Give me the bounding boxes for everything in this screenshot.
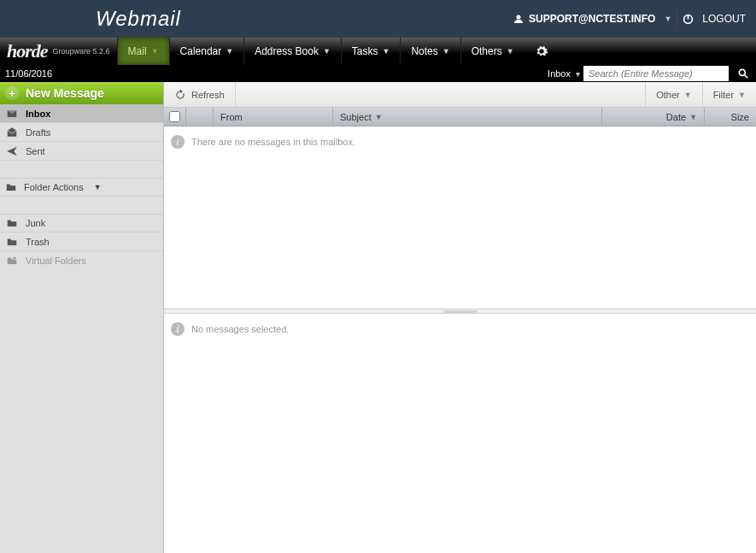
sort-caret-icon: ▼ bbox=[375, 113, 383, 121]
menu-tasks[interactable]: Tasks ▼ bbox=[341, 38, 401, 65]
col-from[interactable]: From bbox=[214, 108, 333, 126]
junk-icon bbox=[5, 216, 19, 230]
splitter-handle[interactable] bbox=[164, 309, 756, 314]
svg-point-5 bbox=[13, 256, 16, 260]
sent-icon bbox=[5, 144, 19, 158]
caret-icon: ▼ bbox=[383, 47, 390, 56]
sidebar-folder-actions[interactable]: Folder Actions ▼ bbox=[0, 178, 163, 197]
menu-mail[interactable]: Mail ▼ bbox=[117, 38, 169, 65]
svg-line-4 bbox=[745, 75, 748, 79]
sidebar-trash-label: Trash bbox=[26, 237, 50, 247]
topbar-right: SUPPORT@NCTEST.INFO ▼ LOGOUT bbox=[513, 9, 746, 29]
empty-preview-text: No messages selected. bbox=[191, 324, 289, 334]
caret-icon: ▼ bbox=[94, 183, 102, 191]
date-label: 11/06/2016 bbox=[0, 68, 57, 79]
sidebar-junk[interactable]: Junk bbox=[0, 214, 163, 232]
other-dropdown[interactable]: Other ▼ bbox=[645, 82, 701, 107]
sidebar-trash[interactable]: Trash bbox=[0, 232, 163, 251]
menu-others[interactable]: Others ▼ bbox=[460, 38, 525, 65]
sidebar-inbox[interactable]: Inbox bbox=[0, 104, 163, 123]
caret-icon: ▼ bbox=[738, 91, 746, 99]
inbox-icon bbox=[5, 107, 19, 121]
menu-calendar-label: Calendar bbox=[180, 45, 222, 57]
plus-icon: + bbox=[5, 86, 19, 100]
select-all-checkbox[interactable] bbox=[169, 111, 180, 122]
menu-notes[interactable]: Notes ▼ bbox=[400, 38, 460, 65]
other-label: Other bbox=[656, 90, 680, 100]
user-icon bbox=[513, 14, 524, 24]
filter-dropdown[interactable]: Filter ▼ bbox=[702, 82, 756, 107]
col-subject[interactable]: Subject ▼ bbox=[333, 108, 602, 126]
col-size-label: Size bbox=[731, 112, 749, 122]
col-flag[interactable] bbox=[186, 108, 214, 126]
col-size[interactable]: Size bbox=[705, 108, 756, 126]
folder-icon bbox=[5, 181, 17, 193]
sidebar-junk-label: Junk bbox=[26, 218, 45, 228]
virtual-folders-icon bbox=[5, 254, 19, 268]
col-date-label: Date bbox=[666, 112, 686, 122]
menu-others-label: Others bbox=[472, 45, 502, 57]
col-checkbox[interactable] bbox=[164, 108, 186, 126]
horde-menubar: horde Groupware 5.2.6 Mail ▼ Calendar ▼ … bbox=[0, 38, 756, 65]
caret-icon: ▼ bbox=[226, 47, 233, 56]
search-context-label[interactable]: Inbox bbox=[542, 68, 576, 79]
search-input[interactable] bbox=[583, 66, 729, 81]
menu-tasks-label: Tasks bbox=[352, 45, 378, 57]
sidebar-virtual-folders[interactable]: Virtual Folders bbox=[0, 251, 163, 270]
topbar-separator bbox=[677, 9, 677, 29]
sidebar-sent-label: Sent bbox=[26, 146, 45, 156]
menu-settings[interactable] bbox=[525, 38, 559, 65]
main-panel: Refresh Other ▼ Filter ▼ From Subject ▼ bbox=[164, 82, 756, 553]
refresh-button[interactable]: Refresh bbox=[164, 82, 236, 107]
refresh-label: Refresh bbox=[191, 90, 225, 100]
info-icon: i bbox=[171, 322, 185, 336]
caret-icon: ▼ bbox=[507, 47, 514, 56]
logout-button[interactable]: LOGOUT bbox=[702, 13, 746, 25]
drafts-icon bbox=[5, 126, 19, 139]
gear-icon bbox=[535, 44, 548, 58]
sidebar-inbox-label: Inbox bbox=[26, 109, 50, 119]
horde-logo-sub: Groupware 5.2.6 bbox=[53, 47, 110, 56]
svg-point-0 bbox=[517, 15, 521, 20]
user-label[interactable]: SUPPORT@NCTEST.INFO bbox=[529, 13, 655, 25]
sidebar: + New Message Inbox Drafts Sent F bbox=[0, 82, 164, 553]
menu-calendar[interactable]: Calendar ▼ bbox=[169, 38, 244, 65]
col-date[interactable]: Date ▼ bbox=[602, 108, 705, 126]
list-header: From Subject ▼ Date ▼ Size bbox=[164, 108, 756, 126]
filter-label: Filter bbox=[713, 90, 734, 100]
col-from-label: From bbox=[220, 112, 243, 122]
empty-preview-message: i No messages selected. bbox=[164, 314, 756, 344]
menu-address-book[interactable]: Address Book ▼ bbox=[243, 38, 341, 65]
horde-logo-name: horde bbox=[7, 40, 48, 62]
sidebar-virtual-label: Virtual Folders bbox=[26, 256, 86, 266]
caret-icon: ▼ bbox=[442, 47, 450, 56]
sidebar-drafts[interactable]: Drafts bbox=[0, 123, 163, 142]
sort-caret-icon: ▼ bbox=[689, 113, 697, 121]
search-icon bbox=[737, 68, 749, 79]
folder-actions-label: Folder Actions bbox=[24, 182, 84, 192]
horde-logo: horde Groupware 5.2.6 bbox=[0, 38, 117, 65]
empty-list-text: There are no messages in this mailbox. bbox=[191, 137, 355, 147]
caret-icon: ▼ bbox=[151, 47, 159, 56]
search-bar: 11/06/2016 Inbox ▾ bbox=[0, 65, 756, 82]
sidebar-drafts-label: Drafts bbox=[26, 127, 50, 138]
webmail-logo: Webmail bbox=[10, 7, 513, 31]
list-toolbar: Refresh Other ▼ Filter ▼ bbox=[164, 82, 756, 108]
svg-point-3 bbox=[739, 69, 745, 75]
info-icon: i bbox=[171, 135, 185, 149]
trash-icon bbox=[5, 235, 19, 249]
topbar: Webmail SUPPORT@NCTEST.INFO ▼ LOGOUT bbox=[0, 0, 756, 38]
logout-icon bbox=[683, 14, 694, 25]
menu-mail-label: Mail bbox=[128, 45, 147, 57]
sidebar-sent[interactable]: Sent bbox=[0, 142, 163, 161]
preview-pane: i No messages selected. bbox=[164, 314, 756, 553]
menu-address-book-label: Address Book bbox=[255, 45, 319, 57]
caret-icon: ▼ bbox=[323, 47, 331, 56]
search-button[interactable] bbox=[734, 66, 753, 81]
new-message-button[interactable]: + New Message bbox=[0, 82, 163, 104]
menu-notes-label: Notes bbox=[411, 45, 437, 57]
caret-icon: ▼ bbox=[684, 91, 692, 99]
new-message-label: New Message bbox=[26, 86, 104, 100]
message-list: i There are no messages in this mailbox. bbox=[164, 126, 756, 309]
refresh-icon bbox=[174, 89, 186, 101]
